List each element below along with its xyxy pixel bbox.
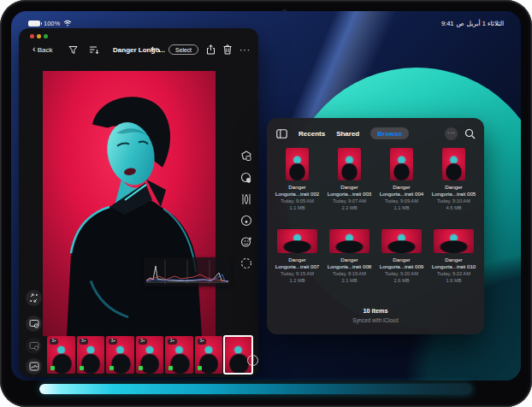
battery-icon	[28, 21, 40, 27]
copy-settings-icon	[29, 341, 39, 351]
presets-icon	[240, 150, 252, 162]
transform-tool-button[interactable]	[26, 290, 42, 306]
file-name: DangerLongoria...trait 008	[323, 257, 375, 269]
undo-icon[interactable]	[151, 45, 161, 54]
file-date: Today, 9:09 AM	[375, 198, 428, 204]
sort-icon[interactable]	[89, 45, 99, 55]
close-window-dot[interactable]	[30, 34, 34, 38]
files-more-button[interactable]: ···	[445, 127, 458, 140]
file-thumbnail[interactable]	[286, 148, 309, 180]
edit-count-badge: 3+	[198, 339, 206, 345]
file-date: Today, 9:07 AM	[323, 198, 375, 204]
edit-count-badge: 3+	[109, 339, 117, 345]
status-left: 100%	[28, 20, 72, 27]
file-size: 1.1 MB	[375, 205, 428, 211]
status-clock: 9:41 ص الثلاثاء 1 أبريل	[441, 20, 504, 27]
filmstrip-thumbnail[interactable]: 3+	[77, 336, 105, 374]
file-thumbnail[interactable]	[381, 229, 422, 253]
filmstrip[interactable]: 3+ 3+ 3+ 3+ 3+ 3+	[47, 336, 252, 374]
files-browser-window: RecentsSharedBrowse ··· DangerLongoria..…	[267, 118, 484, 334]
dashed-circle-icon	[240, 257, 252, 269]
wifi-icon	[63, 20, 72, 27]
minimize-window-dot[interactable]	[37, 34, 41, 38]
file-size: 4.5 MB	[428, 205, 480, 211]
file-name: DangerLongoria...trait 004	[375, 184, 428, 197]
file-thumbnail[interactable]	[434, 229, 474, 253]
editor-toolbar: ‹ Back Danger Longo...	[27, 41, 251, 58]
info-button[interactable]: i	[247, 355, 258, 366]
effects-tool-button[interactable]	[239, 235, 252, 248]
editing-photo-canvas[interactable]	[43, 71, 216, 336]
curves-tool-button[interactable]	[239, 192, 252, 205]
back-button[interactable]: ‹ Back	[27, 45, 57, 55]
file-card[interactable]: DangerLongoria...trait 003 Today, 9:07 A…	[323, 146, 375, 211]
more-options-icon[interactable]: ···	[239, 45, 251, 55]
status-meridiem: ص	[456, 20, 464, 27]
file-thumbnail[interactable]	[442, 148, 465, 180]
files-tab[interactable]: Shared	[336, 130, 359, 138]
file-date: Today, 9:15 AM	[271, 271, 323, 277]
filmstrip-thumbnail[interactable]: 3+	[165, 336, 193, 374]
transform-icon	[29, 293, 38, 303]
edited-indicator	[139, 366, 143, 370]
status-date: الثلاثاء 1 أبريل	[467, 20, 504, 27]
file-card[interactable]: DangerLongoria...trait 007 Today, 9:15 A…	[271, 219, 323, 284]
file-card[interactable]: DangerLongoria...trait 008 Today, 9:19 A…	[323, 219, 375, 284]
file-date: Today, 9:22 AM	[428, 271, 480, 277]
histogram-toggle-button[interactable]	[26, 358, 42, 375]
filmstrip-thumbnail[interactable]	[224, 336, 252, 374]
select-button[interactable]: Select	[168, 44, 198, 55]
file-thumbnail[interactable]	[329, 229, 369, 253]
vignette-icon	[240, 215, 252, 227]
zoom-window-dot[interactable]	[44, 34, 48, 38]
file-name: DangerLongoria...trait 002	[271, 184, 323, 197]
file-thumbnail[interactable]	[390, 148, 413, 180]
file-name: DangerLongoria...trait 007	[271, 257, 323, 269]
files-tab[interactable]: Recents	[299, 130, 325, 138]
ipad-screen: 100% 9:41 ص الثلاثاء 1 أبريل	[11, 11, 521, 380]
filmstrip-thumbnail[interactable]: 3+	[47, 336, 75, 374]
photo-editor-window: ‹ Back Danger Longo...	[19, 28, 258, 377]
files-tab[interactable]: Browse	[370, 127, 409, 139]
files-header: RecentsSharedBrowse ···	[276, 126, 476, 141]
chevron-left-icon: ‹	[33, 45, 36, 52]
copy-settings-button[interactable]	[26, 338, 42, 354]
file-card[interactable]: DangerLongoria...trait 004 Today, 9:09 A…	[375, 146, 428, 211]
vignette-tool-button[interactable]	[239, 214, 252, 227]
file-card[interactable]: DangerLongoria...trait 010 Today, 9:22 A…	[428, 219, 480, 284]
edited-indicator	[50, 366, 55, 370]
status-bar: 100% 9:41 ص الثلاثاء 1 أبريل	[28, 18, 504, 28]
file-card[interactable]: DangerLongoria...trait 005 Today, 9:10 A…	[428, 146, 480, 211]
file-thumbnail[interactable]	[338, 148, 361, 180]
white-balance-icon	[240, 172, 252, 184]
edited-indicator	[198, 366, 202, 370]
white-balance-tool-button[interactable]	[239, 171, 252, 184]
window-controls[interactable]	[30, 34, 48, 38]
file-card[interactable]: DangerLongoria...trait 002 Today, 9:05 A…	[271, 146, 323, 211]
file-name: DangerLongoria...trait 003	[323, 184, 375, 197]
edited-indicator	[109, 366, 114, 370]
dashed-circle-tool-button[interactable]	[239, 257, 252, 269]
export-settings-button[interactable]	[26, 316, 42, 332]
histogram-toggle-icon	[29, 362, 39, 371]
filter-funnel-icon[interactable]	[68, 45, 78, 55]
presets-tool-button[interactable]	[239, 150, 252, 162]
filmstrip-thumbnail[interactable]: 3+	[136, 336, 164, 374]
ipad-screenshot: 100% 9:41 ص الثلاثاء 1 أبريل	[0, 0, 532, 407]
search-icon[interactable]	[464, 128, 476, 139]
trash-icon[interactable]	[223, 44, 232, 55]
share-icon[interactable]	[206, 44, 216, 55]
filmstrip-thumbnail[interactable]: 3+	[195, 336, 223, 374]
file-card[interactable]: DangerLongoria...trait 009 Today, 9:20 A…	[375, 219, 428, 284]
filmstrip-thumbnail[interactable]: 3+	[106, 336, 134, 374]
ipad-device-frame: 100% 9:41 ص الثلاثاء 1 أبريل	[0, 0, 532, 407]
sidebar-toggle-icon[interactable]	[276, 129, 287, 139]
file-thumbnail[interactable]	[277, 229, 317, 253]
file-size: 1.6 MB	[428, 278, 480, 284]
edit-count-badge: 3+	[168, 339, 176, 345]
histogram-panel[interactable]	[144, 257, 231, 286]
files-footer: 10 items Synced with iCloud	[267, 307, 484, 323]
file-size: 2.2 MB	[323, 205, 375, 211]
sync-status: Synced with iCloud	[267, 317, 484, 323]
item-count: 10 items	[267, 307, 484, 315]
